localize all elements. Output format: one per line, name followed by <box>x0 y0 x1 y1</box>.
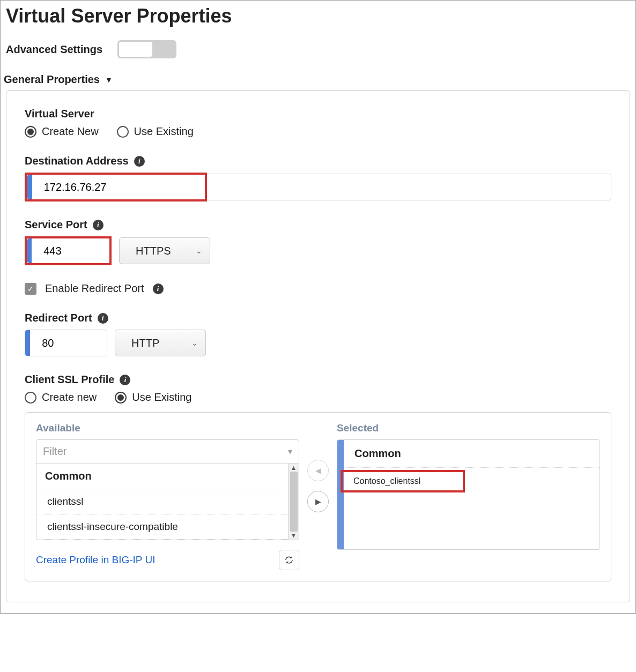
general-properties-panel: Virtual Server Create New Use Existing D… <box>6 90 630 602</box>
scroll-down-icon[interactable]: ▼ <box>289 532 299 539</box>
refresh-icon <box>284 555 294 565</box>
selected-group-header: Common <box>344 440 600 468</box>
selected-header: Selected <box>337 422 600 434</box>
enable-redirect-label: Enable Redirect Port <box>45 282 144 295</box>
list-item[interactable]: clientssl <box>36 489 288 514</box>
list-item[interactable]: clientssl-insecure-compatible <box>36 514 288 540</box>
info-icon[interactable]: i <box>153 283 164 294</box>
chevron-right-icon: ▶ <box>315 497 321 506</box>
ssl-create-new-radio[interactable] <box>25 392 36 404</box>
caret-down-icon: ▼ <box>105 76 113 84</box>
ssl-dual-list-panel: Available ▾ Common clientssl clientssl <box>25 412 611 581</box>
info-icon[interactable]: i <box>93 220 103 230</box>
info-icon[interactable]: i <box>120 375 130 385</box>
scroll-up-icon[interactable]: ▲ <box>289 465 299 471</box>
page-title: Virtual Server Properties <box>6 5 635 27</box>
available-filter-input[interactable] <box>36 440 282 463</box>
available-scrollbar[interactable]: ▲ ▼ <box>288 464 299 540</box>
advanced-settings-toggle[interactable] <box>117 40 176 58</box>
move-left-button[interactable]: ◀ <box>307 460 329 481</box>
redirect-port-protocol-select[interactable]: HTTP ⌄ <box>115 330 206 356</box>
vs-create-new-text: Create New <box>42 125 99 138</box>
available-group-header: Common <box>36 464 288 489</box>
vs-use-existing-radio[interactable] <box>117 126 129 138</box>
ssl-use-existing-radio[interactable] <box>115 392 127 404</box>
chevron-down-icon: ⌄ <box>196 247 210 255</box>
info-icon[interactable]: i <box>98 313 108 324</box>
general-properties-label: General Properties <box>4 73 100 86</box>
chevron-left-icon: ◀ <box>315 466 321 475</box>
dest-address-highlight <box>25 173 207 201</box>
dest-address-input[interactable] <box>32 175 205 199</box>
move-right-button[interactable]: ▶ <box>307 491 329 512</box>
available-listbox: ▾ Common clientssl clientssl-insecure-co… <box>36 439 299 540</box>
vs-use-existing-text: Use Existing <box>134 125 194 138</box>
general-properties-header[interactable]: General Properties ▼ <box>4 73 635 86</box>
ssl-create-new-text: Create new <box>42 391 97 404</box>
ssl-use-existing-text: Use Existing <box>132 391 191 404</box>
redirect-port-label: Redirect Port <box>25 312 92 324</box>
service-port-protocol-select[interactable]: HTTPS ⌄ <box>119 237 210 264</box>
info-icon[interactable]: i <box>134 156 145 167</box>
service-port-label: Service Port <box>25 219 87 231</box>
list-item[interactable]: Contoso_clientssl <box>353 476 420 486</box>
dest-address-label: Destination Address <box>25 155 129 167</box>
filter-icon[interactable]: ▾ <box>282 446 299 457</box>
selected-listbox: Common Contoso_clientssl <box>337 439 600 550</box>
service-port-highlight <box>25 236 112 265</box>
service-port-protocol-text: HTTPS <box>125 245 196 257</box>
vs-create-new-radio[interactable] <box>25 126 36 138</box>
service-port-input[interactable] <box>32 238 109 263</box>
available-header: Available <box>36 422 299 434</box>
client-ssl-label: Client SSL Profile <box>25 374 114 386</box>
advanced-settings-label: Advanced Settings <box>6 43 102 56</box>
refresh-button[interactable] <box>279 550 299 570</box>
dest-address-field-extension[interactable] <box>207 174 611 200</box>
redirect-port-protocol-text: HTTP <box>121 337 191 349</box>
redirect-port-input[interactable] <box>30 330 107 356</box>
enable-redirect-checkbox[interactable]: ✓ <box>25 283 36 295</box>
chevron-down-icon: ⌄ <box>191 339 205 347</box>
create-profile-link[interactable]: Create Profile in BIG-IP UI <box>36 554 155 566</box>
virtual-server-label: Virtual Server <box>25 108 611 120</box>
selected-item-highlight: Contoso_clientssl <box>341 470 465 492</box>
